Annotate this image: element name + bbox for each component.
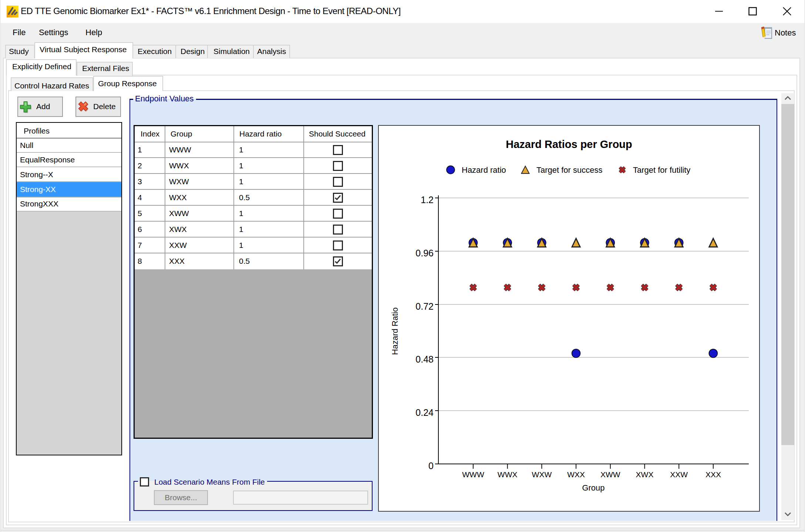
- svg-text:Target for futility: Target for futility: [633, 165, 690, 175]
- svg-text:Hazard ratio: Hazard ratio: [462, 165, 506, 175]
- svg-text:XXX: XXX: [705, 470, 721, 479]
- svg-text:WWW: WWW: [462, 470, 484, 479]
- svg-text:WXW: WXW: [532, 470, 552, 479]
- svg-text:WXX: WXX: [567, 470, 585, 479]
- svg-text:Group: Group: [582, 483, 604, 492]
- svg-text:0.72: 0.72: [415, 301, 434, 312]
- svg-text:Hazard Ratio: Hazard Ratio: [390, 307, 400, 355]
- svg-text:WWX: WWX: [498, 470, 518, 479]
- svg-text:XXW: XXW: [670, 470, 688, 479]
- svg-text:XWX: XWX: [636, 470, 654, 479]
- svg-text:1.2: 1.2: [421, 195, 434, 205]
- svg-text:XWW: XWW: [600, 470, 620, 479]
- svg-text:0.48: 0.48: [415, 354, 434, 364]
- svg-text:Hazard Ratios per Group: Hazard Ratios per Group: [506, 138, 632, 150]
- svg-text:0: 0: [428, 461, 434, 471]
- svg-text:0.96: 0.96: [415, 248, 434, 258]
- svg-text:0.24: 0.24: [415, 407, 434, 418]
- svg-text:Target for success: Target for success: [536, 165, 603, 175]
